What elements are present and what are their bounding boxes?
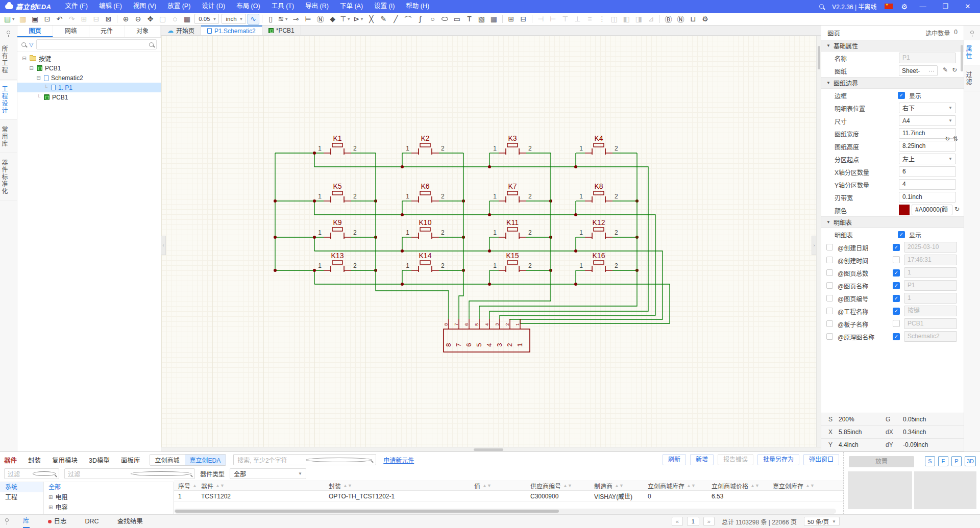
place-pin-button[interactable]: ⊸ [290, 14, 302, 24]
attr-checkbox[interactable]: ✓ [893, 269, 900, 276]
place-net-flag-button[interactable]: ⊨ [302, 14, 314, 24]
attr-export-checkbox[interactable] [826, 244, 833, 250]
sort-icon[interactable]: ▲▼ [805, 483, 815, 488]
tree-toggle-icon[interactable]: ⊟ [21, 56, 27, 61]
wire-tool-button[interactable]: ∿ [248, 14, 259, 24]
first-page-button[interactable]: « [672, 517, 683, 526]
refresh-icon[interactable]: ↻ [954, 206, 960, 213]
left-strip-tab-3[interactable]: 器件标准化 [0, 154, 17, 200]
library-tab-2[interactable]: 复用模块 [52, 455, 78, 465]
column-header-2[interactable]: 封装▲▼ [325, 482, 470, 490]
property-input[interactable]: 0.1inch [899, 192, 956, 203]
place-text-button[interactable]: T [463, 14, 475, 24]
order-cart-button[interactable]: ⊔ [687, 14, 699, 24]
attr-export-checkbox[interactable] [826, 308, 833, 314]
column-header-1[interactable]: 器件▲▼ [197, 482, 325, 490]
menubar-item-9[interactable]: 设置 (I) [369, 0, 400, 13]
place-probe-button[interactable]: ✎ [378, 14, 389, 24]
left-strip-tab-0[interactable]: 所有工程 [0, 40, 17, 80]
edit-pencil-icon[interactable]: ✎ [943, 66, 948, 73]
library-tab-3[interactable]: 3D模型 [89, 455, 110, 465]
library-search-input[interactable]: 搜索, 至少2个字符 [233, 454, 376, 465]
tree-item-2[interactable]: ⊟Schematic2 [17, 73, 161, 83]
canvas-vertical-scrollbar[interactable] [816, 36, 821, 447]
tree-toggle-icon[interactable]: ⊟ [29, 65, 34, 71]
restore-button[interactable]: ❐ [938, 3, 952, 10]
attr-checkbox[interactable]: ✓ [893, 333, 900, 340]
column-header-3[interactable]: 值▲▼ [470, 482, 526, 490]
attr-value-input[interactable]: 1 [904, 293, 957, 304]
draw-circle-button[interactable]: ○ [427, 14, 438, 24]
schematic-canvas[interactable]: K112K212K312K412K512K612K712K812K912K101… [161, 36, 821, 451]
class-item-1[interactable]: 工程 [0, 492, 43, 502]
column-header-0[interactable]: 序号▲▼ [174, 482, 197, 490]
pin-panel-icon[interactable] [7, 31, 10, 34]
sort-icon[interactable]: ▲▼ [563, 483, 572, 488]
library-action-0[interactable]: 刷新 [663, 454, 686, 465]
expand-icon[interactable]: ⊞ [48, 492, 53, 502]
attr-export-checkbox[interactable] [826, 333, 833, 340]
library-tab-0[interactable]: 器件 [4, 455, 17, 465]
save-button[interactable]: ▣ [29, 14, 41, 24]
sort-icon[interactable]: ▲▼ [687, 483, 696, 488]
color-value-input[interactable]: #A00000(颜 [912, 205, 952, 215]
column-header-5[interactable]: 制造商▲▼ [590, 482, 644, 490]
attr-checkbox[interactable]: ✓ [893, 294, 900, 302]
menubar-item-3[interactable]: 放置 (P) [162, 0, 196, 13]
status-tab-2[interactable]: DRC [85, 515, 99, 528]
draw-ellipse-button[interactable] [439, 14, 451, 24]
attr-value-input[interactable]: 2025-03-10 [904, 242, 957, 253]
open-project-button[interactable]: ▥ [17, 14, 29, 24]
sheet-symbol-button[interactable]: ⊞ [505, 14, 517, 24]
menubar-item-2[interactable]: 视图 (V) [128, 0, 162, 13]
attr-value-input[interactable]: PCB1 [904, 318, 957, 329]
undo-button[interactable]: ↶ [54, 14, 65, 24]
class-filter-input[interactable]: 过滤 [4, 468, 59, 479]
menubar-item-4[interactable]: 设计 (D) [196, 0, 231, 13]
grid-size-select[interactable]: 0.05▼ [194, 14, 219, 24]
place-net-port-button[interactable]: ◆ [327, 14, 338, 24]
class-item-0[interactable]: 系统 [0, 482, 43, 492]
global-search-icon[interactable] [819, 4, 824, 9]
attr-export-checkbox[interactable] [826, 269, 833, 276]
collapse-left-panel-handle[interactable]: ‹ [161, 236, 166, 255]
attr-value-input[interactable]: Schematic2 [904, 331, 957, 342]
column-header-4[interactable]: 供应商编号▲▼ [526, 482, 590, 490]
page-size-select[interactable]: 50 条/页 ▼ [804, 517, 840, 526]
sheet-template-select[interactable]: Sheet-··· [899, 65, 938, 76]
menubar-item-1[interactable]: 编辑 (E) [93, 0, 128, 13]
place-table-button[interactable]: ▦ [488, 14, 500, 24]
unit-select[interactable]: inch▼ [222, 14, 246, 24]
right-strip-tab-0[interactable]: 属性 [964, 40, 980, 65]
refresh-icon[interactable]: ↻ [952, 66, 957, 73]
attr-value-input[interactable]: 1 [904, 267, 957, 278]
attr-export-checkbox[interactable] [826, 282, 833, 289]
settings-button[interactable]: ⚙ [699, 14, 711, 24]
project-panel-tab-0[interactable]: 图页 [17, 26, 53, 37]
last-page-button[interactable]: » [703, 517, 715, 526]
menubar-item-10[interactable]: 帮助 (H) [400, 0, 435, 13]
property-input[interactable]: 4 [899, 179, 956, 190]
draw-line-button[interactable]: ╱ [390, 14, 402, 24]
place-port-button[interactable]: ⊳▼ [352, 14, 365, 24]
attr-checkbox[interactable] [893, 256, 900, 265]
property-input[interactable]: 8.25inch [899, 141, 956, 152]
library-action-4[interactable]: 弹出窗口 [803, 454, 839, 465]
sort-icon[interactable]: ▲▼ [615, 483, 624, 488]
project-panel-tab-2[interactable]: 元件 [89, 26, 125, 37]
sort-icon[interactable]: ▲▼ [215, 483, 225, 488]
place-symbol-button[interactable]: ▯ [265, 14, 277, 24]
property-input[interactable]: 6 [899, 166, 956, 177]
part-type-select[interactable]: 全部 ▼ [230, 468, 306, 479]
project-panel-tab-3[interactable]: 对象 [125, 26, 161, 37]
section-header-0[interactable]: ▼基础属性 [821, 40, 964, 52]
property-select[interactable]: A4▼ [899, 115, 956, 126]
doc-tab-1[interactable]: P1.Schematic2 [201, 26, 262, 35]
expand-icon[interactable]: ⊞ [48, 502, 53, 513]
category-filter-input[interactable]: 过滤 [64, 468, 195, 479]
minimize-button[interactable]: — [916, 3, 930, 10]
properties-scrollbar[interactable] [961, 45, 963, 71]
zoom-out-button[interactable]: ⊖ [132, 14, 144, 24]
right-strip-tab-1[interactable]: 过滤 [964, 66, 980, 91]
preview-p-button[interactable]: P [951, 456, 962, 466]
